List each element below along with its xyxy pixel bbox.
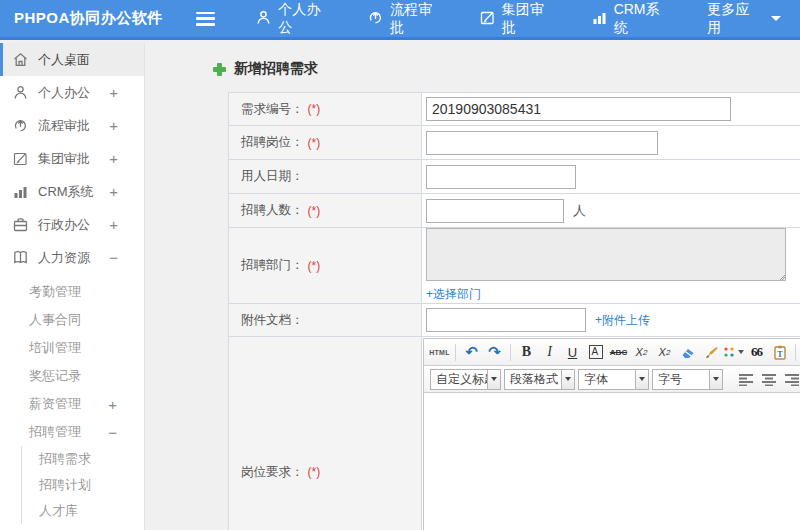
main-content: 新增招聘需求 需求编号：(*) 招聘岗位：(*) 用人日期： — [146, 43, 800, 530]
top-nav: 个人办公 流程审批 集团审批 CRM系统 更多应用 — [237, 0, 800, 39]
position-label: 招聘岗位：(*) — [229, 126, 422, 159]
sidebar-item-recruitment-request[interactable]: 招聘需求 — [22, 446, 144, 472]
home-icon — [13, 52, 30, 67]
sidebar-item-salary-mgmt[interactable]: 薪资管理 + — [0, 390, 144, 418]
expand-plus-icon: + — [109, 84, 118, 101]
process-icon — [13, 118, 30, 133]
eraser-icon[interactable] — [677, 342, 698, 363]
toolbar-separator — [455, 344, 456, 361]
form-row-position: 招聘岗位：(*) — [229, 126, 800, 160]
svg-text:T: T — [777, 349, 783, 358]
custom-title-select[interactable]: 自定义标题 — [430, 369, 501, 390]
required-mark: (*) — [308, 136, 321, 150]
attachment-upload-link[interactable]: +附件上传 — [595, 312, 650, 329]
color-spray-icon[interactable] — [723, 342, 744, 363]
headcount-unit: 人 — [573, 202, 586, 220]
nav-workflow-approval[interactable]: 流程审批 — [349, 0, 461, 39]
blockquote-button[interactable]: 66 — [746, 342, 767, 363]
attachment-input[interactable] — [426, 308, 586, 332]
italic-button[interactable]: I — [539, 342, 560, 363]
toolbar-separator — [795, 344, 796, 361]
sidebar-hr-submenu: 考勤管理 人事合同 培训管理 奖惩记录 薪资管理 + 招聘管理 − 招聘需求 招… — [0, 278, 144, 524]
headcount-input[interactable] — [426, 199, 564, 223]
department-textarea[interactable] — [426, 228, 786, 281]
user-icon — [256, 10, 278, 28]
form-row-hire-date: 用人日期： — [229, 160, 800, 194]
sidebar-item-reward-punishment[interactable]: 奖惩记录 — [0, 362, 144, 390]
user-icon — [13, 85, 30, 100]
alignment-buttons — [734, 369, 800, 390]
underline-button[interactable]: U — [562, 342, 583, 363]
nav-more-apps[interactable]: 更多应用 — [688, 0, 800, 39]
font-border-button[interactable]: A — [585, 342, 606, 363]
required-mark: (*) — [308, 102, 321, 116]
department-label: 招聘部门：(*) — [229, 228, 422, 303]
hamburger-menu-icon[interactable] — [196, 12, 215, 26]
collapse-minus-icon: − — [109, 249, 118, 266]
app-header: PHPOA协同办公软件 个人办公 流程审批 集团审批 CRM系统 更多应用 — [0, 0, 800, 40]
undo-button[interactable]: ↶ — [461, 342, 482, 363]
toolbar-separator — [510, 344, 511, 361]
sidebar-item-personal-office[interactable]: 个人办公 + — [0, 76, 144, 109]
caret-down-icon — [709, 370, 722, 389]
expand-plus-icon: + — [108, 396, 117, 413]
caret-down-icon — [771, 16, 781, 21]
editor-content-area[interactable] — [424, 393, 800, 530]
sidebar-item-recruitment-plan[interactable]: 招聘计划 — [22, 472, 144, 498]
format-painter-icon[interactable] — [700, 342, 721, 363]
sidebar-item-human-resources[interactable]: 人力资源 − — [0, 241, 144, 274]
sidebar-item-personnel-contract[interactable]: 人事合同 — [0, 306, 144, 334]
form-row-department: 招聘部门：(*) +选择部门 — [229, 228, 800, 304]
form-row-job-requirements: 岗位要求：(*) HTML ↶ ↷ B I U A ABC X — [229, 337, 800, 530]
font-size-select[interactable]: 字号 — [652, 369, 723, 390]
expand-plus-icon: + — [109, 150, 118, 167]
rich-text-editor: HTML ↶ ↷ B I U A ABC X2 X2 — [423, 338, 800, 530]
caret-down-icon — [487, 370, 500, 389]
align-right-icon[interactable] — [781, 369, 800, 390]
sidebar-item-workflow-approval[interactable]: 流程审批 + — [0, 109, 144, 142]
request-number-input[interactable] — [426, 97, 731, 121]
sidebar-item-training-mgmt[interactable]: 培训管理 — [0, 334, 144, 362]
headcount-label: 招聘人数：(*) — [229, 194, 422, 227]
sidebar-recruitment-submenu: 招聘需求 招聘计划 人才库 — [21, 446, 144, 524]
editor-toolbar-row1: HTML ↶ ↷ B I U A ABC X2 X2 — [424, 339, 800, 366]
paste-icon[interactable]: T — [769, 342, 790, 363]
briefcase-icon — [13, 217, 30, 232]
required-mark: (*) — [308, 465, 321, 479]
sidebar-item-administrative-office[interactable]: 行政办公 + — [0, 208, 144, 241]
nav-group-approval[interactable]: 集团审批 — [461, 0, 573, 39]
sidebar-item-group-approval[interactable]: 集团审批 + — [0, 142, 144, 175]
nav-personal-office[interactable]: 个人办公 — [237, 0, 349, 39]
caret-down-icon — [561, 370, 574, 389]
chart-icon — [592, 10, 614, 28]
required-mark: (*) — [308, 259, 321, 273]
recruitment-request-form: 需求编号：(*) 招聘岗位：(*) 用人日期： 招聘人数：(*) — [228, 92, 800, 530]
select-department-link[interactable]: +选择部门 — [426, 286, 481, 303]
sidebar-item-attendance-mgmt[interactable]: 考勤管理 — [0, 278, 144, 306]
sidebar-item-personal-desktop[interactable]: 个人桌面 — [0, 43, 144, 76]
sidebar: 个人桌面 个人办公 + 流程审批 + 集团审批 + CRM系统 + 行政办公 +… — [0, 43, 145, 530]
superscript-button[interactable]: X2 — [631, 342, 652, 363]
nav-crm-system[interactable]: CRM系统 — [573, 0, 689, 39]
hire-date-label: 用人日期： — [229, 160, 422, 193]
redo-button[interactable]: ↷ — [484, 342, 505, 363]
sidebar-item-crm-system[interactable]: CRM系统 + — [0, 175, 144, 208]
strikethrough-button[interactable]: ABC — [608, 342, 629, 363]
bold-button[interactable]: B — [516, 342, 537, 363]
edit-icon — [480, 10, 502, 28]
add-plus-icon — [213, 63, 226, 76]
subscript-button[interactable]: X2 — [654, 342, 675, 363]
paragraph-format-select[interactable]: 段落格式 — [504, 369, 575, 390]
chart-icon — [13, 184, 30, 199]
hire-date-input[interactable] — [426, 165, 576, 189]
position-input[interactable] — [426, 131, 658, 155]
html-source-button[interactable]: HTML — [429, 342, 450, 363]
font-family-select[interactable]: 字体 — [578, 369, 649, 390]
job-requirements-label: 岗位要求：(*) — [229, 337, 422, 530]
align-center-icon[interactable] — [758, 369, 779, 390]
align-left-icon[interactable] — [735, 369, 756, 390]
editor-toolbar-row2: 自定义标题 段落格式 字体 字号 — [424, 366, 800, 393]
sidebar-item-recruitment-mgmt[interactable]: 招聘管理 − — [0, 418, 144, 446]
sidebar-item-talent-pool[interactable]: 人才库 — [22, 498, 144, 524]
form-row-request-number: 需求编号：(*) — [229, 93, 800, 126]
